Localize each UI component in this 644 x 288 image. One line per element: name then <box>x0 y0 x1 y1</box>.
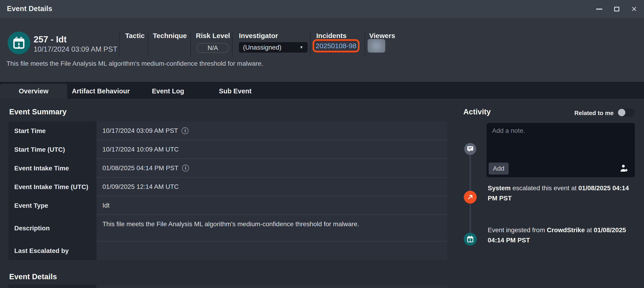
risk-level-label: Risk Level <box>196 32 230 40</box>
header-divider <box>310 32 310 57</box>
row-label: Start Time <box>8 121 96 140</box>
info-icon[interactable]: i <box>182 127 188 134</box>
window-controls: ✕ <box>595 0 638 18</box>
table-row: Event Intake Time (UTC) 01/09/2025 12:14… <box>8 178 447 196</box>
tab-overview[interactable]: Overview <box>0 84 67 99</box>
timeline-entry-escalated: System escalated this event at 01/08/202… <box>488 183 635 203</box>
overview-panel: Event Summary Start Time 10/17/2024 03:0… <box>0 99 644 288</box>
info-icon[interactable]: i <box>182 165 189 172</box>
add-note-box: Add <box>486 123 635 177</box>
investigator-label: Investigator <box>239 32 278 40</box>
ingest-calendar-icon <box>464 233 477 246</box>
row-value <box>96 241 447 260</box>
event-summary-title: Event Summary <box>9 107 66 116</box>
header-divider <box>364 32 365 57</box>
investigator-selected-value: (Unassigned) <box>243 44 300 51</box>
row-label: Event Intake Time <box>8 159 96 178</box>
add-note-button[interactable]: Add <box>489 163 509 175</box>
titlebar: Event Details ✕ <box>0 0 644 18</box>
timeline-entry-ingested: Event ingested from CrowdStrike at 01/08… <box>488 225 635 245</box>
maximize-icon <box>614 7 619 12</box>
header-divider <box>148 32 148 57</box>
table-row: Start Time 10/17/2024 03:09 AM PST i <box>8 121 447 140</box>
activity-title: Activity <box>463 107 491 116</box>
timeline-action: escalated this event at <box>511 185 578 192</box>
row-value-text: This file meets the File Analysis ML alg… <box>102 220 359 228</box>
row-value-text: 10/17/2024 03:09 AM PST <box>102 127 178 134</box>
event-title: 257 - Idt <box>34 35 67 45</box>
row-label: Start Time (UTC) <box>8 140 96 159</box>
viewer-avatar[interactable] <box>368 39 385 53</box>
investigator-dropdown[interactable]: (Unassigned) ▼ <box>239 42 308 53</box>
toggle-knob <box>618 109 625 116</box>
tab-event-log[interactable]: Event Log <box>134 84 202 99</box>
row-label: Last Escalated by <box>8 241 96 260</box>
timeline-actor: System <box>488 185 511 192</box>
row-label <box>8 285 96 288</box>
timeline-action: at <box>585 226 594 234</box>
escalation-arrow-icon <box>464 191 477 204</box>
close-button[interactable]: ✕ <box>630 5 638 13</box>
header-divider <box>232 32 232 57</box>
maximize-button[interactable] <box>613 5 620 13</box>
tactic-label: Tactic <box>125 32 144 40</box>
window-title: Event Details <box>7 5 52 13</box>
row-value: Idt <box>96 196 447 215</box>
row-value-text: Idt <box>102 202 110 209</box>
row-value: 10/17/2024 10:09 AM UTC <box>96 140 447 159</box>
viewers-label: Viewers <box>369 32 395 40</box>
event-header: 257 - Idt 10/17/2024 03:09 AM PST Tactic… <box>0 18 644 82</box>
related-to-me-label: Related to me <box>574 109 614 117</box>
header-divider <box>120 32 120 57</box>
table-row: Event Type Idt <box>8 196 447 215</box>
incidents-label: Incidents <box>316 32 347 40</box>
row-value: 10/17/2024 03:09 AM PST i <box>96 121 447 140</box>
incident-annotation-highlight: 20250108-98 <box>312 39 360 52</box>
tab-sub-event[interactable]: Sub Event <box>202 84 269 99</box>
row-value <box>96 285 447 288</box>
event-description: This file meets the File Analysis ML alg… <box>6 60 263 67</box>
row-label: Event Type <box>8 196 96 215</box>
row-value-text: 01/08/2025 04:14 PM PST <box>102 164 178 172</box>
assign-person-icon[interactable] <box>619 164 629 173</box>
event-details-window: Event Details ✕ 257 - Idt 10/17/2024 03:… <box>0 0 644 288</box>
event-calendar-alert-icon <box>8 32 30 54</box>
chevron-down-icon: ▼ <box>300 45 303 50</box>
minimize-button[interactable] <box>595 5 603 13</box>
incident-link[interactable]: 20250108-98 <box>316 42 356 50</box>
row-value: 01/08/2025 04:14 PM PST i <box>96 159 447 178</box>
row-value-text: 01/09/2025 12:14 AM UTC <box>102 183 179 191</box>
event-details-table-partial <box>8 285 447 288</box>
timeline-source: CrowdStrike <box>547 226 585 234</box>
event-datetime: 10/17/2024 03:09 AM PST <box>34 45 118 54</box>
avatar-blur <box>368 39 385 53</box>
row-value-text: 10/17/2024 10:09 AM UTC <box>102 146 179 153</box>
risk-level-badge: N/A <box>196 43 229 53</box>
table-row: Last Escalated by <box>8 241 447 260</box>
row-label: Event Intake Time (UTC) <box>8 178 96 196</box>
technique-label: Technique <box>153 32 187 40</box>
row-value: 01/09/2025 12:14 AM UTC <box>96 178 447 196</box>
minimize-icon <box>596 9 602 10</box>
note-comment-icon <box>464 143 476 155</box>
close-icon: ✕ <box>631 6 637 13</box>
header-divider <box>190 32 191 57</box>
event-details-title: Event Details <box>9 272 57 281</box>
table-row: Event Intake Time 01/08/2025 04:14 PM PS… <box>8 159 447 178</box>
table-row: Start Time (UTC) 10/17/2024 10:09 AM UTC <box>8 140 447 159</box>
event-summary-table: Start Time 10/17/2024 03:09 AM PST i Sta… <box>8 121 447 260</box>
tab-artifact-behaviour[interactable]: Artifact Behaviour <box>67 84 134 99</box>
tab-bar: Overview Artifact Behaviour Event Log Su… <box>0 82 644 99</box>
row-label: Description <box>8 215 96 241</box>
related-to-me-toggle[interactable] <box>618 108 634 117</box>
timeline-action: Event ingested from <box>488 226 547 234</box>
row-value: This file meets the File Analysis ML alg… <box>96 215 447 241</box>
note-input[interactable] <box>486 123 635 160</box>
table-row: Description This file meets the File Ana… <box>8 215 447 241</box>
